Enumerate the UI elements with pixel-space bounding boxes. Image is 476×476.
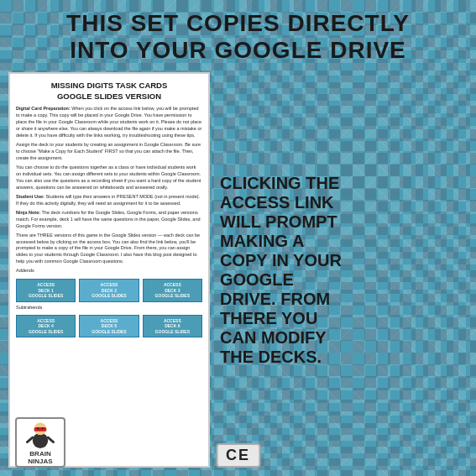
access-deck-6-button[interactable]: ACCESS DECK 6 GOOGLE SLIDES (143, 315, 202, 338)
subtrahends-label: Subtrahends (16, 305, 202, 311)
doc-para1: Digital Card Preparation: When you click… (16, 106, 202, 139)
doc-subtrahends: Subtrahends (16, 305, 202, 311)
doc-para5-label: Ninja Note: (16, 210, 40, 215)
svg-point-3 (37, 427, 39, 429)
right-text: CLICKING THE ACCESS LINK WILL PROMPT MAK… (220, 174, 468, 367)
main-row: MISSING DIGITS TASK CARDS GOOGLE SLIDES … (8, 72, 468, 468)
svg-line-6 (48, 437, 53, 442)
content-wrapper: THIS SET COPIES DIRECTLY INTO YOUR GOOGL… (0, 0, 476, 476)
doc-addends: Addends (16, 268, 202, 275)
access-deck-2-button[interactable]: ACCESS DECK 2 GOOGLE SLIDES (79, 279, 139, 302)
buttons-row-2: ACCESS DECK 4 GOOGLE SLIDES ACCESS DECK … (16, 315, 202, 338)
svg-rect-2 (34, 427, 47, 432)
access-deck-4-button[interactable]: ACCESS DECK 4 GOOGLE SLIDES (16, 315, 76, 338)
logo-line1: BRAIN (29, 450, 50, 458)
doc-title: MISSING DIGITS TASK CARDS GOOGLE SLIDES … (16, 81, 202, 102)
bottom-logo: BRAIN NINJAS (15, 417, 65, 468)
access-deck-1-button[interactable]: ACCESS DECK 1 GOOGLE SLIDES (16, 279, 76, 302)
page-container: THIS SET COPIES DIRECTLY INTO YOUR GOOGL… (0, 0, 476, 476)
doc-para5-text: The deck numbers for the Google Slides, … (16, 210, 201, 228)
logo-line2: NINJAS (28, 458, 52, 465)
doc-body: Digital Card Preparation: When you click… (16, 106, 202, 275)
right-panel: CLICKING THE ACCESS LINK WILL PROMPT MAK… (217, 72, 468, 468)
buttons-row-1: ACCESS DECK 1 GOOGLE SLIDES ACCESS DECK … (16, 279, 202, 302)
top-title: THIS SET COPIES DIRECTLY INTO YOUR GOOGL… (66, 10, 410, 64)
svg-point-4 (42, 427, 44, 429)
svg-line-5 (27, 437, 32, 442)
doc-para6: There are THREE versions of this game in… (16, 233, 202, 266)
doc-para4: Student Use: Students will type their an… (16, 194, 202, 207)
doc-para2: Assign the deck to your students by crea… (16, 142, 202, 162)
access-deck-5-button[interactable]: ACCESS DECK 5 GOOGLE SLIDES (79, 315, 139, 338)
doc-para5: Ninja Note: The deck numbers for the Goo… (16, 210, 202, 230)
access-deck-3-button[interactable]: ACCESS DECK 3 GOOGLE SLIDES (143, 279, 202, 302)
doc-para1-label: Digital Card Preparation: (16, 106, 71, 111)
logo-box: BRAIN NINJAS (15, 417, 65, 468)
doc-panel: MISSING DIGITS TASK CARDS GOOGLE SLIDES … (8, 72, 210, 468)
doc-para3: You can choose to do the questions toget… (16, 165, 202, 191)
ninja-svg (23, 419, 58, 450)
logo-text: BRAIN NINJAS (28, 450, 52, 466)
doc-para4-label: Student Use: (16, 194, 44, 199)
